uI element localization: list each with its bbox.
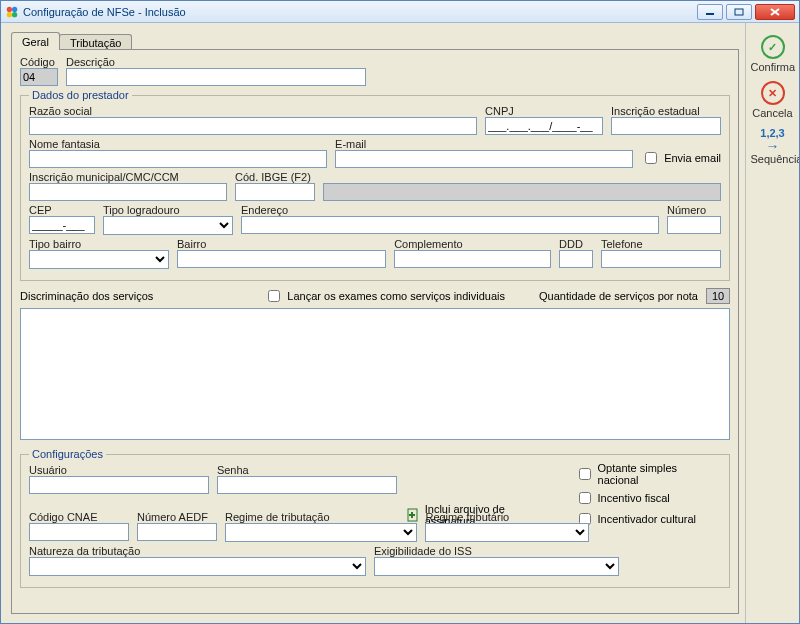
telefone-label: Telefone xyxy=(601,238,721,250)
qtd-servicos-label: Quantidade de serviços por nota xyxy=(539,290,698,302)
cnae-label: Código CNAE xyxy=(29,511,129,523)
action-sidebar: ✓ Confirma ✕ Cancela 1,2,3→ Sequência xyxy=(745,23,799,623)
prestador-legend: Dados do prestador xyxy=(29,89,132,101)
endereco-input[interactable] xyxy=(241,216,659,234)
natureza-select[interactable] xyxy=(29,557,366,576)
lancar-exames-checkbox[interactable] xyxy=(268,290,280,302)
confirma-label: Confirma xyxy=(751,61,796,73)
qtd-servicos-value[interactable]: 10 xyxy=(706,288,730,304)
endereco-label: Endereço xyxy=(241,204,659,216)
sequencia-button[interactable]: 1,2,3→ Sequência xyxy=(751,127,795,165)
exigibilidade-select[interactable] xyxy=(374,557,619,576)
nomefantasia-input[interactable] xyxy=(29,150,327,168)
descricao-input[interactable] xyxy=(66,68,366,86)
razao-input[interactable] xyxy=(29,117,477,135)
regime-tributario-label: Regime tributário xyxy=(425,511,589,523)
minimize-button[interactable] xyxy=(697,4,723,20)
maximize-button[interactable] xyxy=(726,4,752,20)
tipo-bairro-select[interactable] xyxy=(29,250,169,269)
descricao-label: Descrição xyxy=(66,56,366,68)
incentivo-label: Incentivo fiscal xyxy=(598,492,670,504)
incentivador-label: Incentivador cultural xyxy=(598,513,696,525)
envia-email-checkbox[interactable] xyxy=(645,152,657,164)
tipo-bairro-label: Tipo bairro xyxy=(29,238,169,250)
senha-label: Senha xyxy=(217,464,397,476)
confirma-button[interactable]: ✓ Confirma xyxy=(751,35,795,73)
ibge-desc-input xyxy=(323,183,721,201)
numero-input[interactable] xyxy=(667,216,721,234)
ie-input[interactable] xyxy=(611,117,721,135)
tipo-logradouro-label: Tipo logradouro xyxy=(103,204,233,216)
aedf-input[interactable] xyxy=(137,523,217,541)
exigibilidade-label: Exigibilidade do ISS xyxy=(374,545,619,557)
sequence-icon: 1,2,3→ xyxy=(751,127,795,153)
lancar-exames-label: Lançar os exames como serviços individua… xyxy=(287,290,505,302)
complemento-label: Complemento xyxy=(394,238,551,250)
regime-tributacao-label: Regime de tributação xyxy=(225,511,417,523)
tipo-logradouro-select[interactable] xyxy=(103,216,233,235)
check-icon: ✓ xyxy=(761,35,785,59)
codigo-label: Código xyxy=(20,56,58,68)
config-fieldset: Configurações Usuário Senha Inclui arqui… xyxy=(20,448,730,588)
tabpage-geral: Código Descrição Dados do prestador Razã… xyxy=(11,49,739,614)
svg-point-0 xyxy=(7,6,12,11)
discriminacao-textarea[interactable] xyxy=(20,308,730,440)
numero-label: Número xyxy=(667,204,721,216)
email-label: E-mail xyxy=(335,138,633,150)
svg-point-2 xyxy=(7,12,12,17)
svg-rect-5 xyxy=(735,9,743,15)
envia-email-label: Envia email xyxy=(664,152,721,164)
window-title: Configuração de NFSe - Inclusão xyxy=(23,6,697,18)
cnpj-label: CNPJ xyxy=(485,105,603,117)
config-legend: Configurações xyxy=(29,448,106,460)
optante-label: Optante simples nacional xyxy=(598,462,721,486)
telefone-input[interactable] xyxy=(601,250,721,268)
bairro-input[interactable] xyxy=(177,250,386,268)
svg-point-1 xyxy=(12,6,17,11)
bairro-label: Bairro xyxy=(177,238,386,250)
close-icon: ✕ xyxy=(761,81,785,105)
cnae-input[interactable] xyxy=(29,523,129,541)
tab-geral[interactable]: Geral xyxy=(11,32,60,50)
ie-label: Inscrição estadual xyxy=(611,105,721,117)
prestador-fieldset: Dados do prestador Razão social CNPJ Ins… xyxy=(20,89,730,281)
tabs: Geral Tributação xyxy=(11,29,739,49)
svg-point-3 xyxy=(12,12,17,17)
usuario-label: Usuário xyxy=(29,464,209,476)
cep-label: CEP xyxy=(29,204,95,216)
incentivo-checkbox[interactable] xyxy=(579,492,591,504)
codigo-input[interactable] xyxy=(20,68,58,86)
natureza-label: Natureza da tributação xyxy=(29,545,366,557)
close-button[interactable] xyxy=(755,4,795,20)
cancela-button[interactable]: ✕ Cancela xyxy=(751,81,795,119)
cnpj-input[interactable] xyxy=(485,117,603,135)
usuario-input[interactable] xyxy=(29,476,209,494)
window-titlebar: Configuração de NFSe - Inclusão xyxy=(1,1,799,23)
regime-tributario-select[interactable] xyxy=(425,523,589,542)
complemento-input[interactable] xyxy=(394,250,551,268)
aedf-label: Número AEDF xyxy=(137,511,217,523)
cep-input[interactable] xyxy=(29,216,95,234)
razao-label: Razão social xyxy=(29,105,477,117)
ibge-input[interactable] xyxy=(235,183,315,201)
tab-tributacao-label: Tributação xyxy=(70,37,122,49)
senha-input[interactable] xyxy=(217,476,397,494)
ibge-label: Cód. IBGE (F2) xyxy=(235,171,315,183)
tab-geral-label: Geral xyxy=(22,36,49,48)
im-label: Inscrição municipal/CMC/CCM xyxy=(29,171,227,183)
sequencia-label: Sequência xyxy=(751,153,801,165)
ddd-label: DDD xyxy=(559,238,593,250)
app-icon xyxy=(5,5,19,19)
ddd-input[interactable] xyxy=(559,250,593,268)
regime-tributacao-select[interactable] xyxy=(225,523,417,542)
optante-checkbox[interactable] xyxy=(579,468,591,480)
cancela-label: Cancela xyxy=(752,107,792,119)
email-input[interactable] xyxy=(335,150,633,168)
discriminacao-label: Discriminação dos serviços xyxy=(20,290,153,302)
im-input[interactable] xyxy=(29,183,227,201)
nomefantasia-label: Nome fantasia xyxy=(29,138,327,150)
